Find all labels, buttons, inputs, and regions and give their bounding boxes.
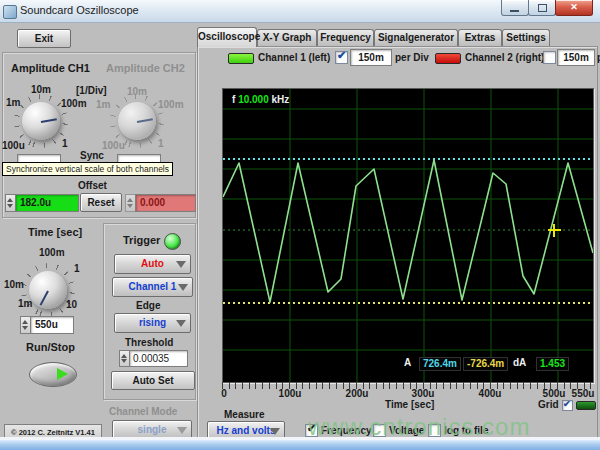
ch1-dial-10m: 10m [31,84,51,95]
channel1-perdiv-label: per Div [395,52,429,63]
xtick-400u: 400u [479,388,502,399]
time-knob[interactable] [29,271,67,309]
sync-tooltip: Synchronize vertical scale of both chann… [2,162,173,176]
edge-dropdown[interactable]: rising [114,313,191,333]
maximize-icon [538,4,547,12]
channel-mode-value: single [138,424,167,435]
channel-mode-title: Channel Mode [109,406,177,417]
da-value: 1.453 [536,357,569,371]
channel1-scale-checkbox[interactable]: ✔ [335,51,348,64]
channel2-color-swatch [435,53,461,64]
trigger-mode-dropdown[interactable]: Auto [114,254,191,274]
freq-value: 10.000 [238,94,269,105]
offset-ch2-value: 0.000 [135,194,196,212]
amplitude-ch2-knob[interactable] [118,102,156,140]
taskbar-strip [0,440,600,450]
grid-color-swatch [576,401,596,410]
xtick-300u: 300u [412,388,435,399]
amplitude-unit-label: [1/Div] [76,85,107,96]
tab-frequency[interactable]: Frequency [317,29,374,46]
amplitude-neg-value: -726.4m [463,357,508,371]
trigger-source-dropdown[interactable]: Channel 1 [112,277,193,297]
tab-oscilloscope[interactable]: Oscilloscope [197,27,257,47]
ch2-dial-100m: 100m [158,99,184,110]
frequency-readout: f 10.000 kHz [232,94,289,105]
chevron-down-icon [176,320,186,327]
time-dial-1: 1 [74,263,80,274]
amplitude-a-label: A [404,357,411,368]
time-axis-ruler [222,382,592,389]
trigger-led [164,233,181,250]
threshold-title: Threshold [125,337,173,348]
minimize-button[interactable] [501,0,529,16]
offset-ch1-spinner[interactable] [5,194,15,212]
ch1-dial-1: 1 [62,138,68,149]
tab-signalgenerator[interactable]: Signalgenerator [374,29,458,46]
time-dial-10m: 10m [4,279,24,290]
check-icon: ✔ [563,399,571,409]
channel2-scale-checkbox[interactable] [543,51,556,64]
amplitude-pos-value: 726.4m [419,357,461,371]
time-spinner[interactable] [20,316,30,334]
watermark-text: www.cntronics.com [308,413,530,441]
time-needle [40,291,49,306]
sync-label: Sync [80,150,104,161]
channel1-label: Channel 1 (left) [258,52,330,63]
ch2-dial-1m: 1m [96,99,110,110]
title-bar: Soundcard Oszilloscope ✕ [0,0,600,23]
cursor-icon[interactable] [553,224,555,237]
ch2-dial-1: 1 [158,138,164,149]
tab-settings[interactable]: Settings [502,29,550,46]
ch2-dial-100u: 100u [102,140,125,151]
xtick-200u: 200u [346,388,369,399]
close-button[interactable]: ✕ [555,0,593,16]
amplitude-ch1-knob[interactable] [22,102,60,140]
close-icon: ✕ [556,0,592,14]
offset-ch2-spinner[interactable] [125,194,135,212]
measure-mode-value: Hz and volts [217,425,276,436]
threshold-spinner[interactable] [119,350,129,367]
time-dial-100m: 100m [39,247,65,258]
exit-button[interactable]: Exit [17,29,71,48]
run-stop-button[interactable] [29,362,77,387]
channel1-color-swatch [228,53,254,64]
offset-ch1-value[interactable]: 182.0u [15,194,79,212]
grid-label: Grid [538,399,559,410]
freq-unit: kHz [272,94,290,105]
maximize-button[interactable] [528,0,556,16]
chevron-down-icon [176,261,186,268]
ch1-dial-1m: 1m [6,97,20,108]
check-icon: ✔ [337,49,346,62]
channel2-scale-field[interactable]: 150m [557,49,595,66]
ch1-dial-100m: 100m [61,98,87,109]
threshold-value[interactable]: 0.00035 [129,350,188,367]
run-stop-label: Run/Stop [26,341,75,353]
edge-title: Edge [136,300,160,311]
trigger-source-value: Channel 1 [129,281,177,292]
auto-set-button[interactable]: Auto Set [111,371,195,390]
scope-display[interactable]: f 10.000 kHz A 726.4m -726.4m dA 1.453 [222,88,594,383]
chevron-down-icon [178,284,188,291]
time-dial-10: 10 [66,299,77,310]
minimize-icon [510,10,519,12]
trigger-title: Trigger [123,234,160,246]
x-axis-title: Time [sec] [385,399,434,410]
channel1-scale-field[interactable]: 150m [350,49,392,66]
offset-reset-button[interactable]: Reset [80,193,122,212]
app-window: Soundcard Oszilloscope ✕ Exit Amplitude … [0,0,600,450]
ch1-dial-100u: 100u [2,140,25,151]
amplitude-ch2-needle [137,118,153,123]
da-label: dA [513,357,526,368]
freq-label: f [232,94,235,105]
chevron-down-icon [270,428,280,435]
time-title: Time [sec] [28,226,82,238]
time-value[interactable]: 550u [30,316,74,334]
amplitude-ch1-needle [41,118,57,123]
tab-xy-graph[interactable]: X-Y Graph [257,29,317,46]
trigger-mode-value: Auto [141,258,164,269]
app-icon [3,5,17,19]
tab-extras[interactable]: Extras [458,29,502,46]
xtick-550u: 550u [572,388,595,399]
waveform-trace [223,160,593,302]
grid-checkbox[interactable]: ✔ [562,400,573,411]
